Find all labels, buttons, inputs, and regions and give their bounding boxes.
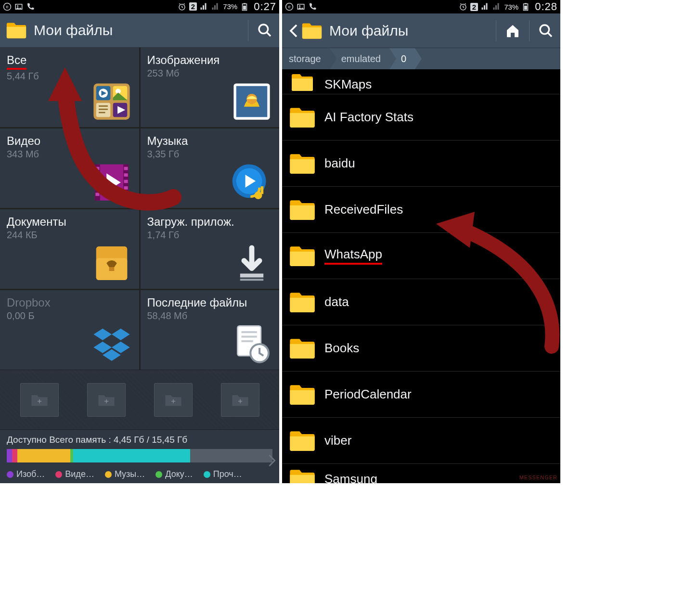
svg-rect-17 — [99, 109, 108, 110]
folder-row-whatsapp[interactable]: WhatsApp — [282, 233, 560, 279]
svg-rect-6 — [244, 3, 246, 4]
tile-documents[interactable]: Документы 244 КБ — [0, 209, 139, 289]
svg-text:e: e — [288, 4, 290, 9]
folder-add-icon: + — [30, 392, 49, 408]
chevron-left-icon — [289, 24, 298, 38]
folder-icon — [289, 429, 316, 452]
folder-icon — [289, 152, 316, 175]
folder-row[interactable]: baidu — [282, 141, 560, 187]
battery-icon — [240, 2, 249, 11]
music-icon — [231, 162, 272, 203]
crumb-storage[interactable]: storage — [282, 48, 330, 69]
folder-icon — [289, 198, 316, 221]
clock-text: 0:27 — [254, 0, 276, 13]
home-button[interactable] — [501, 19, 524, 42]
tile-video[interactable]: Видео 343 Мб — [0, 128, 139, 208]
add-shortcut-1[interactable]: + — [20, 383, 59, 417]
svg-point-8 — [259, 25, 268, 34]
svg-rect-48 — [242, 331, 257, 333]
status-bar: e 2 73% 0:28 — [282, 0, 560, 13]
tile-recent[interactable]: Последние файлы 58,48 Мб — [141, 290, 280, 370]
app-folder-icon — [301, 22, 323, 40]
folder-row[interactable]: Samsung — [282, 464, 560, 483]
folder-icon — [289, 244, 316, 268]
folder-row[interactable]: PeriodCalendar — [282, 372, 560, 418]
battery-percent: 73% — [504, 3, 518, 11]
sim-indicator: 2 — [470, 3, 478, 11]
app-title: Мои файлы — [329, 23, 408, 39]
svg-rect-64 — [524, 6, 527, 10]
svg-rect-29 — [95, 173, 99, 177]
svg-rect-7 — [243, 6, 246, 10]
tile-downloaded-apps[interactable]: Загруж. прилож. 1,74 Гб — [141, 209, 280, 289]
folder-icon — [289, 73, 316, 92]
svg-point-65 — [540, 25, 549, 34]
tile-music[interactable]: Музыка 3,35 Гб — [141, 128, 280, 208]
search-icon — [257, 23, 272, 38]
svg-point-60 — [299, 5, 300, 7]
e-badge-icon: e — [3, 2, 12, 11]
signal-icon-2 — [211, 2, 220, 11]
back-button[interactable] — [288, 24, 299, 38]
phone-icon — [26, 2, 35, 11]
category-grid: Все 5,44 Гб Изображения 253 Мб Видео 343… — [0, 48, 279, 370]
battery-icon — [521, 2, 530, 11]
folder-row[interactable]: SKMaps — [282, 69, 560, 94]
folder-add-icon: + — [97, 392, 116, 408]
search-button[interactable] — [534, 19, 557, 42]
battery-percent: 73% — [223, 2, 237, 11]
svg-text:e: e — [6, 4, 8, 9]
images-icon — [231, 81, 272, 122]
folder-icon — [289, 291, 316, 314]
e-badge-icon: e — [285, 2, 294, 11]
tile-dropbox[interactable]: Dropbox 0,00 Б — [0, 290, 139, 370]
download-icon — [231, 243, 272, 284]
recent-files-icon — [231, 323, 272, 365]
app-title: Мои файлы — [34, 22, 113, 38]
storage-panel[interactable]: Доступно Всего память : 4,45 Гб / 15,45 … — [0, 430, 279, 483]
folder-list[interactable]: SKMaps AI Factory Stats baidu ReceivedFi… — [282, 69, 560, 483]
svg-rect-36 — [124, 186, 128, 190]
svg-text:+: + — [37, 397, 42, 406]
crumb-emulated[interactable]: emulated — [330, 48, 389, 69]
folder-row[interactable]: Books — [282, 325, 560, 372]
watermark-text: MESSENGER — [519, 475, 557, 480]
svg-rect-31 — [95, 186, 99, 190]
tile-images[interactable]: Изображения 253 Мб — [141, 48, 280, 127]
status-bar: e 2 73% 0:27 — [0, 0, 279, 13]
svg-rect-32 — [95, 193, 99, 196]
all-files-icon — [91, 81, 132, 122]
action-bar: Мои файлы — [0, 13, 279, 48]
picture-icon — [297, 2, 305, 11]
svg-text:+: + — [104, 397, 109, 406]
signal-icon-2 — [492, 2, 501, 11]
folder-row[interactable]: ReceivedFiles — [282, 187, 560, 233]
svg-rect-49 — [242, 336, 257, 338]
tile-all[interactable]: Все 5,44 Гб — [0, 48, 139, 127]
folder-add-icon: + — [164, 392, 183, 408]
add-shortcut-2[interactable]: + — [87, 383, 126, 417]
signal-icon — [481, 2, 490, 11]
alarm-icon — [178, 2, 186, 11]
svg-rect-35 — [124, 180, 128, 183]
folder-row[interactable]: viber — [282, 418, 560, 464]
documents-icon — [91, 243, 132, 284]
svg-rect-50 — [242, 340, 253, 342]
shortcuts-row: + + + + — [0, 370, 279, 430]
add-shortcut-4[interactable]: + — [221, 383, 259, 417]
add-shortcut-3[interactable]: + — [154, 383, 193, 417]
folder-icon — [289, 337, 316, 360]
svg-text:+: + — [171, 397, 176, 406]
svg-rect-16 — [99, 105, 108, 107]
breadcrumb: storage emulated 0 — [282, 48, 560, 69]
picture-icon — [14, 2, 23, 11]
svg-rect-30 — [95, 180, 99, 183]
app-folder-icon — [6, 21, 27, 39]
storage-legend: Изоб… Виде… Музы… Доку… Проч… — [7, 469, 272, 479]
folder-row[interactable]: AI Factory Stats — [282, 94, 560, 141]
folder-icon — [289, 106, 316, 129]
svg-rect-63 — [525, 3, 527, 4]
folder-row[interactable]: data — [282, 279, 560, 325]
svg-rect-34 — [124, 173, 128, 177]
search-button[interactable] — [253, 19, 276, 42]
